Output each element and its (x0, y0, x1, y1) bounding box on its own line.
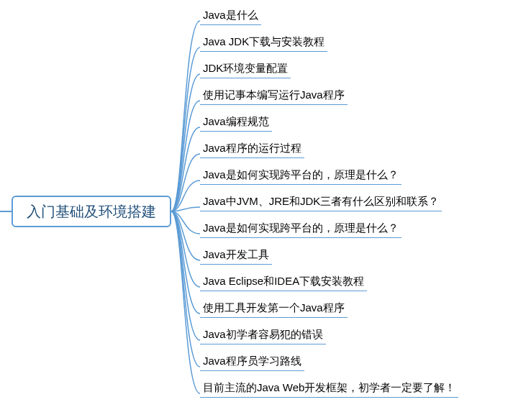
child-node[interactable]: Java JDK下载与安装教程 (200, 32, 327, 52)
child-node[interactable]: Java开发工具 (200, 245, 272, 265)
root-stem-line (0, 211, 12, 212)
child-node[interactable]: Java程序的运行过程 (200, 138, 304, 158)
child-node-label: JDK环境变量配置 (203, 62, 288, 74)
child-node-label: Java开发工具 (203, 248, 269, 260)
child-node[interactable]: 使用工具开发第一个Java程序 (200, 298, 348, 318)
child-node[interactable]: 使用记事本编写运行Java程序 (200, 85, 348, 105)
child-node[interactable]: Java是如何实现跨平台的，原理是什么？ (200, 165, 401, 185)
child-node[interactable]: Java Eclipse和IDEA下载安装教程 (200, 271, 367, 291)
root-node-label: 入门基础及环境搭建 (27, 202, 156, 222)
child-node[interactable]: Java是如何实现跨平台的，原理是什么？ (200, 218, 401, 238)
child-node[interactable]: Java程序员学习路线 (200, 351, 304, 371)
child-node[interactable]: Java是什么 (200, 5, 261, 25)
child-node-label: Java初学者容易犯的错误 (203, 328, 323, 340)
child-node[interactable]: JDK环境变量配置 (200, 58, 291, 78)
child-node-label: Java中JVM、JRE和JDK三者有什么区别和联系？ (203, 195, 439, 207)
child-node-label: Java是什么 (203, 9, 258, 21)
child-node[interactable]: Java初学者容易犯的错误 (200, 324, 326, 344)
mindmap-canvas: 入门基础及环境搭建 Java是什么 Java JDK下载与安装教程 JDK环境变… (0, 0, 531, 420)
child-node[interactable]: 目前主流的Java Web开发框架，初学者一定要了解！ (200, 378, 458, 398)
child-node-label: 使用记事本编写运行Java程序 (203, 88, 345, 101)
child-node-label: Java编程规范 (203, 115, 269, 127)
child-node-label: Java Eclipse和IDEA下载安装教程 (203, 275, 364, 287)
child-node-label: Java程序员学习路线 (203, 355, 301, 367)
child-node-label: Java JDK下载与安装教程 (203, 35, 324, 47)
child-node-label: Java是如何实现跨平台的，原理是什么？ (203, 222, 399, 234)
child-node-label: Java是如何实现跨平台的，原理是什么？ (203, 168, 399, 181)
child-node[interactable]: Java中JVM、JRE和JDK三者有什么区别和联系？ (200, 191, 442, 211)
child-node-label: Java程序的运行过程 (203, 142, 301, 154)
child-node-label: 使用工具开发第一个Java程序 (203, 301, 345, 314)
child-node-label: 目前主流的Java Web开发框架，初学者一定要了解！ (203, 381, 455, 393)
root-node[interactable]: 入门基础及环境搭建 (12, 196, 171, 227)
child-node[interactable]: Java编程规范 (200, 111, 272, 132)
